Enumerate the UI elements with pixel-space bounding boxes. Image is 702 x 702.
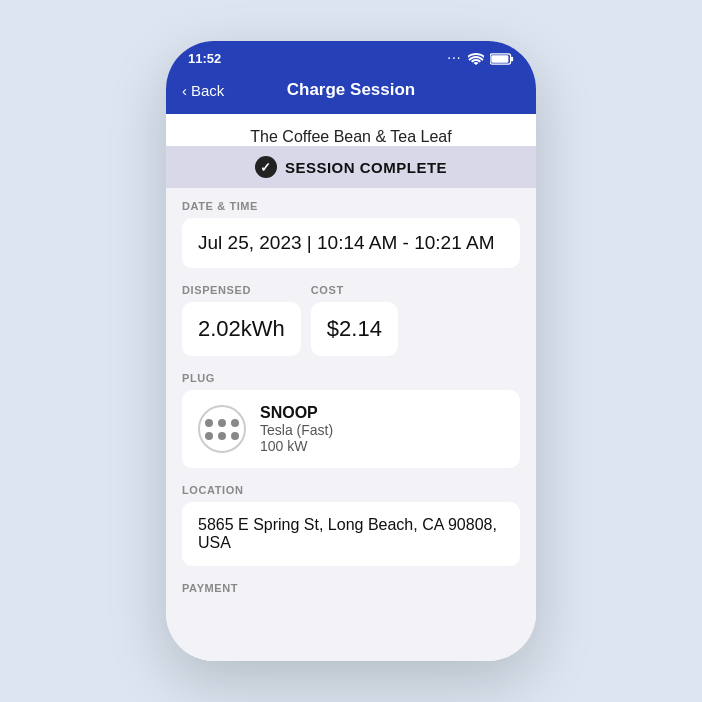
datetime-card: Jul 25, 2023 | 10:14 AM - 10:21 AM xyxy=(182,218,520,268)
datetime-label: DATE & TIME xyxy=(182,200,520,212)
plug-connector-icon xyxy=(198,405,246,453)
plug-info: SNOOP Tesla (Fast) 100 kW xyxy=(260,404,333,454)
location-section: LOCATION 5865 E Spring St, Long Beach, C… xyxy=(166,472,536,570)
nav-title: Charge Session xyxy=(287,80,416,100)
dot-4 xyxy=(205,432,213,440)
nav-bar: ‹ Back Charge Session xyxy=(166,72,536,114)
cost-value: $2.14 xyxy=(327,316,382,341)
svg-rect-1 xyxy=(491,55,508,63)
location-header: The Coffee Bean & Tea Leaf xyxy=(166,114,536,146)
cost-card: $2.14 xyxy=(311,302,398,356)
back-chevron-icon: ‹ xyxy=(182,82,187,99)
datetime-value: Jul 25, 2023 | 10:14 AM - 10:21 AM xyxy=(198,232,494,253)
svg-rect-2 xyxy=(511,56,513,60)
session-complete-text: SESSION COMPLETE xyxy=(285,159,447,176)
dot-1 xyxy=(205,419,213,427)
plug-dots xyxy=(205,419,239,440)
wifi-icon xyxy=(468,53,484,65)
plug-label: PLUG xyxy=(182,372,520,384)
battery-icon xyxy=(490,53,514,65)
cost-col: COST $2.14 xyxy=(311,284,398,356)
plug-power: 100 kW xyxy=(260,438,333,454)
location-name: The Coffee Bean & Tea Leaf xyxy=(250,128,451,145)
location-value: 5865 E Spring St, Long Beach, CA 90808, … xyxy=(198,516,497,551)
status-time: 11:52 xyxy=(188,51,221,66)
back-button[interactable]: ‹ Back xyxy=(182,82,224,99)
plug-type: Tesla (Fast) xyxy=(260,422,333,438)
plug-card: SNOOP Tesla (Fast) 100 kW xyxy=(182,390,520,468)
cost-label: COST xyxy=(311,284,398,296)
dispensed-card: 2.02kWh xyxy=(182,302,301,356)
dot-5 xyxy=(218,432,226,440)
dot-3 xyxy=(231,419,239,427)
dots-icon: ··· xyxy=(448,53,462,64)
session-complete-banner: ✓ SESSION COMPLETE xyxy=(166,146,536,188)
phone-frame: 11:52 ··· ‹ Back Charge Session The Coff… xyxy=(166,41,536,661)
dispensed-cost-section: DISPENSED 2.02kWh COST $2.14 xyxy=(166,272,536,360)
dot-2 xyxy=(218,419,226,427)
dispensed-value: 2.02kWh xyxy=(198,316,285,341)
location-label: LOCATION xyxy=(182,484,520,496)
status-bar: 11:52 ··· xyxy=(166,41,536,72)
dispensed-col: DISPENSED 2.02kWh xyxy=(182,284,301,356)
plug-section: PLUG SNOOP Tesla (Fast) 100 kW xyxy=(166,360,536,472)
dot-6 xyxy=(231,432,239,440)
plug-name: SNOOP xyxy=(260,404,333,422)
status-icons: ··· xyxy=(448,53,514,65)
back-label: Back xyxy=(191,82,224,99)
location-card: 5865 E Spring St, Long Beach, CA 90808, … xyxy=(182,502,520,566)
dispensed-label: DISPENSED xyxy=(182,284,301,296)
checkmark-icon: ✓ xyxy=(255,156,277,178)
dispensed-cost-row: DISPENSED 2.02kWh COST $2.14 xyxy=(182,284,520,356)
payment-section-label: PAYMENT xyxy=(166,570,536,598)
datetime-section: DATE & TIME Jul 25, 2023 | 10:14 AM - 10… xyxy=(166,188,536,272)
content-area: The Coffee Bean & Tea Leaf ✓ SESSION COM… xyxy=(166,114,536,661)
